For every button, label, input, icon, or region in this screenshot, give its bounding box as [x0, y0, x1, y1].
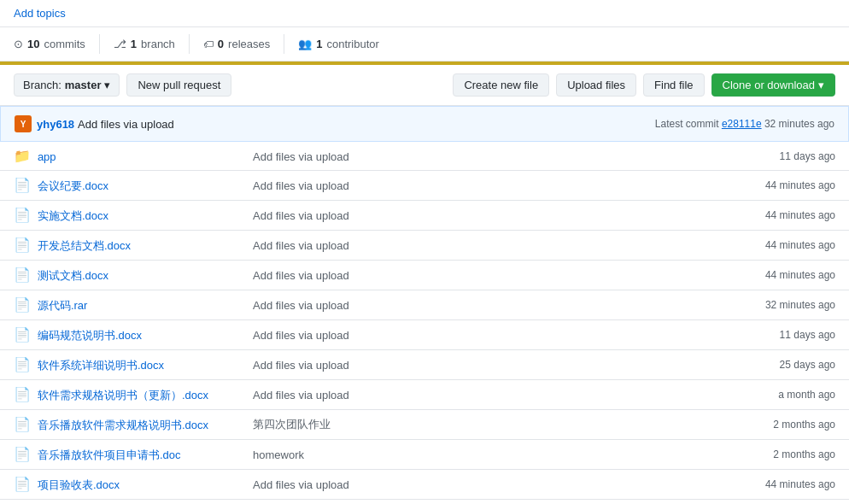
branch-label-text: Branch:	[23, 79, 61, 91]
clone-label: Clone or download	[723, 79, 815, 91]
file-name-cell: 📄 音乐播放软件项目申请书.doc	[0, 440, 239, 470]
file-date-cell: 44 minutes ago	[580, 171, 849, 201]
table-row: 📄 音乐播放软件需求规格说明书.docx 第四次团队作业 2 months ag…	[0, 410, 849, 440]
commit-msg-cell: Add files via upload	[239, 470, 580, 500]
commits-label: commits	[44, 38, 85, 50]
branch-name: master	[65, 79, 102, 91]
file-date-cell: a month ago	[580, 380, 849, 410]
branches-stat[interactable]: ⎇ 1 branch	[100, 34, 190, 54]
contributors-stat[interactable]: 👥 1 contributor	[284, 34, 393, 54]
commit-msg-cell: Add files via upload	[239, 142, 580, 171]
file-link[interactable]: 编码规范说明书.docx	[38, 329, 142, 342]
contributor-label: contributor	[326, 38, 378, 50]
table-row: 📄 音乐播放软件项目申请书.doc homework 2 months ago	[0, 440, 849, 470]
table-row: 📄 源代码.rar Add files via upload 32 minute…	[0, 290, 849, 320]
file-link[interactable]: 源代码.rar	[38, 299, 88, 312]
contributor-count: 1	[316, 38, 322, 50]
file-name-cell: 📄 软件需求规格说明书（更新）.docx	[0, 380, 239, 410]
branch-label: branch	[141, 38, 175, 50]
file-date-cell: 11 days ago	[580, 320, 849, 350]
file-commit-message: Add files via upload	[253, 359, 349, 372]
commit-message: Add files via upload	[78, 118, 174, 131]
file-name-cell: 📄 软件系统详细说明书.docx	[0, 350, 239, 380]
file-name-cell: 📄 测试文档.docx	[0, 261, 239, 290]
branch-count: 1	[131, 38, 137, 50]
contributor-icon: 👥	[298, 38, 312, 50]
file-link[interactable]: 音乐播放软件需求规格说明书.docx	[38, 419, 208, 431]
table-row: 📄 项目验收表.docx Add files via upload 44 min…	[0, 470, 849, 500]
releases-stat[interactable]: 🏷 0 releases	[190, 34, 284, 54]
file-commit-message: Add files via upload	[253, 269, 349, 282]
clone-or-download-button[interactable]: Clone or download ▾	[711, 73, 835, 97]
table-row: 📄 会议纪要.docx Add files via upload 44 minu…	[0, 171, 849, 201]
commit-username[interactable]: yhy618	[37, 118, 74, 131]
file-name-cell: 📄 音乐播放软件需求规格说明书.docx	[0, 410, 239, 440]
file-link[interactable]: 软件需求规格说明书（更新）.docx	[38, 389, 208, 401]
commits-count: 10	[27, 38, 39, 50]
commit-time: 32 minutes ago	[764, 118, 834, 130]
file-link[interactable]: app	[38, 150, 56, 163]
releases-count: 0	[218, 38, 224, 50]
commit-msg-cell: Add files via upload	[239, 320, 580, 350]
file-date-cell: 25 days ago	[580, 350, 849, 380]
file-name-cell: 📄 编码规范说明书.docx	[0, 320, 239, 350]
commit-right: Latest commit e28111e 32 minutes ago	[655, 118, 834, 130]
file-date-cell: 2 months ago	[580, 440, 849, 470]
file-date-cell: 44 minutes ago	[580, 201, 849, 231]
file-date-cell: 44 minutes ago	[580, 470, 849, 500]
table-row: 📄 编码规范说明书.docx Add files via upload 11 d…	[0, 320, 849, 350]
file-table: 📁 app Add files via upload 11 days ago 📄…	[0, 142, 849, 500]
file-icon: 📄	[14, 327, 31, 342]
new-pull-request-button[interactable]: New pull request	[126, 73, 231, 97]
file-icon: 📄	[14, 417, 31, 431]
file-name-cell: 📁 app	[0, 142, 239, 171]
file-commit-message: Add files via upload	[253, 150, 349, 163]
file-icon: 📄	[14, 237, 31, 252]
file-commit-message: Add files via upload	[253, 329, 349, 342]
file-link[interactable]: 软件系统详细说明书.docx	[38, 359, 164, 372]
commit-msg-cell: Add files via upload	[239, 350, 580, 380]
table-row: 📄 开发总结文档.docx Add files via upload 44 mi…	[0, 231, 849, 261]
file-icon: 📄	[14, 477, 31, 491]
file-name-cell: 📄 会议纪要.docx	[0, 171, 239, 201]
commit-msg-cell: 第四次团队作业	[239, 410, 580, 440]
branch-selector[interactable]: Branch: master ▾	[14, 73, 120, 97]
file-date-cell: 2 months ago	[580, 410, 849, 440]
file-link[interactable]: 测试文档.docx	[38, 269, 108, 282]
file-icon: 📄	[14, 178, 31, 192]
file-commit-message: Add files via upload	[253, 299, 349, 312]
commit-msg-cell: homework	[239, 440, 580, 470]
file-link[interactable]: 会议纪要.docx	[38, 179, 108, 192]
file-name-cell: 📄 开发总结文档.docx	[0, 231, 239, 261]
chevron-down-icon: ▾	[104, 79, 110, 91]
table-row: 📄 实施文档.docx Add files via upload 44 minu…	[0, 201, 849, 231]
upload-files-button[interactable]: Upload files	[556, 73, 636, 97]
file-name-cell: 📄 源代码.rar	[0, 290, 239, 320]
file-name-cell: 📄 项目验收表.docx	[0, 470, 239, 500]
file-link[interactable]: 开发总结文档.docx	[38, 239, 131, 252]
add-topics-link[interactable]: Add topics	[14, 7, 66, 20]
find-file-button[interactable]: Find file	[643, 73, 705, 97]
file-link[interactable]: 项目验收表.docx	[38, 478, 120, 491]
toolbar: Branch: master ▾ New pull request Create…	[0, 65, 849, 106]
file-commit-message: 第四次团队作业	[253, 418, 331, 431]
branch-icon: ⎇	[114, 38, 126, 50]
file-commit-message: Add files via upload	[253, 389, 349, 401]
file-icon: 📄	[14, 447, 31, 461]
commit-msg-cell: Add files via upload	[239, 290, 580, 320]
file-link[interactable]: 音乐播放软件项目申请书.doc	[38, 448, 181, 461]
file-commit-message: homework	[253, 448, 304, 461]
table-row: 📄 软件需求规格说明书（更新）.docx Add files via uploa…	[0, 380, 849, 410]
file-icon: 📄	[14, 267, 31, 282]
file-link[interactable]: 实施文档.docx	[38, 209, 108, 222]
file-icon: 📄	[14, 208, 31, 222]
toolbar-right: Create new file Upload files Find file C…	[453, 73, 835, 97]
commit-hash-link[interactable]: e28111e	[722, 118, 762, 130]
commit-msg-cell: Add files via upload	[239, 201, 580, 231]
file-date-cell: 32 minutes ago	[580, 290, 849, 320]
file-commit-message: Add files via upload	[253, 179, 349, 192]
create-new-file-button[interactable]: Create new file	[453, 73, 549, 97]
commit-msg-cell: Add files via upload	[239, 171, 580, 201]
commits-stat[interactable]: ⊙ 10 commits	[14, 34, 100, 54]
folder-icon: 📁	[14, 149, 31, 163]
